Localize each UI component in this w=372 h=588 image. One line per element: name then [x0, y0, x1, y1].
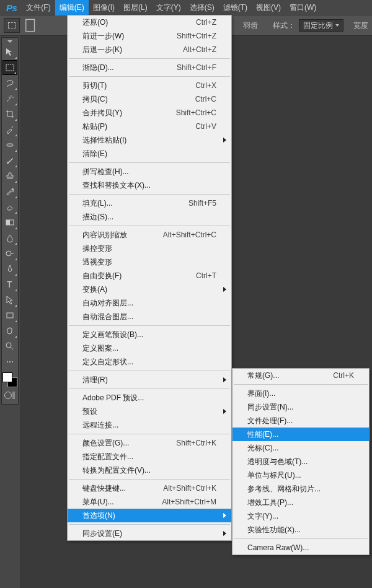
edit-menu-item[interactable]: 后退一步(K)Alt+Ctrl+Z	[68, 43, 231, 56]
edit-menu-item[interactable]: 键盘快捷键...Alt+Shift+Ctrl+K	[68, 481, 231, 495]
tool-eyedropper[interactable]	[2, 122, 17, 137]
svg-rect-7	[6, 220, 10, 225]
svg-point-8	[6, 251, 11, 256]
tool-type[interactable]: T	[2, 277, 17, 292]
edit-menu-item[interactable]: 渐隐(D)...Shift+Ctrl+F	[68, 61, 231, 74]
edit-menu-item[interactable]: 选择性粘贴(I)	[68, 133, 231, 147]
edit-menu-item[interactable]: Adobe PDF 预设...	[68, 391, 231, 405]
tool-history-brush[interactable]	[2, 184, 17, 199]
prefs-menu-item[interactable]: 文字(Y)...	[232, 509, 369, 523]
menu-item-label: 预设	[82, 406, 216, 417]
prefs-menu-item[interactable]: 同步设置(N)...	[232, 400, 369, 414]
edit-menu-item[interactable]: 粘贴(P)Ctrl+V	[68, 120, 231, 133]
edit-menu-item[interactable]: 还原(O)Ctrl+Z	[68, 15, 231, 29]
menu-image[interactable]: 图像(I)	[89, 0, 119, 15]
menu-edit[interactable]: 编辑(E)	[55, 0, 89, 15]
prefs-menu-item[interactable]: 界面(I)...	[232, 387, 369, 400]
edit-menu-item[interactable]: 指定配置文件...	[68, 450, 231, 463]
menu-file[interactable]: 文件(F)	[22, 0, 55, 15]
menu-item-label: 变换(A)	[82, 284, 216, 295]
edit-menu-item[interactable]: 定义图案...	[68, 341, 231, 355]
edit-menu-item[interactable]: 转换为配置文件(V)...	[68, 463, 231, 477]
menu-layer[interactable]: 图层(L)	[119, 0, 152, 15]
edit-menu-item[interactable]: 菜单(U)...Alt+Shift+Ctrl+M	[68, 495, 231, 509]
edit-menu-item[interactable]: 合并拷贝(Y)Shift+Ctrl+C	[68, 106, 231, 120]
menu-view[interactable]: 视图(V)	[252, 0, 285, 15]
tool-preset-picker[interactable]	[4, 18, 20, 33]
edit-menu-item[interactable]: 透视变形	[68, 255, 231, 269]
edit-menu-item[interactable]: 描边(S)...	[68, 210, 231, 224]
prefs-menu-item[interactable]: 常规(G)...Ctrl+K	[232, 369, 369, 382]
edit-menu-item[interactable]: 拷贝(C)Ctrl+C	[68, 92, 231, 106]
menu-item-shortcut: Alt+Shift+Ctrl+C	[163, 230, 216, 239]
toolbox-collapse-handle[interactable]	[2, 39, 18, 44]
menu-filter[interactable]: 滤镜(T)	[219, 0, 252, 15]
tool-path-select[interactable]	[2, 292, 17, 307]
tool-rectangle[interactable]	[2, 308, 17, 323]
menu-select[interactable]: 选择(S)	[185, 0, 219, 15]
prefs-menu-item[interactable]: 性能(E)...	[232, 428, 369, 441]
svg-point-14	[12, 361, 13, 362]
edit-menu-item[interactable]: 定义自定形状...	[68, 355, 231, 369]
tool-crop[interactable]	[2, 107, 17, 121]
prefs-menu-item[interactable]: 单位与标尺(U)...	[232, 468, 369, 482]
tool-wand[interactable]	[2, 91, 17, 106]
edit-menu-item[interactable]: 清除(E)	[68, 147, 231, 160]
edit-menu-item[interactable]: 拼写检查(H)...	[68, 165, 231, 178]
foreground-color-swatch[interactable]	[2, 372, 12, 382]
menu-type[interactable]: 文字(Y)	[152, 0, 185, 15]
prefs-menu-item[interactable]: Camera Raw(W)...	[232, 541, 369, 555]
edit-menu-item[interactable]: 定义画笔预设(B)...	[68, 328, 231, 341]
prefs-menu-item[interactable]: 光标(C)...	[232, 441, 369, 455]
edit-menu-item[interactable]: 首选项(N)	[68, 509, 231, 522]
tool-pen[interactable]	[2, 261, 17, 276]
menu-item-label: Adobe PDF 预设...	[82, 393, 216, 403]
tool-gradient[interactable]	[2, 215, 17, 230]
tool-hand[interactable]	[2, 323, 17, 338]
edit-menu-item[interactable]: 颜色设置(G)...Shift+Ctrl+K	[68, 436, 231, 450]
edit-menu-item[interactable]: 自由变换(F)Ctrl+T	[68, 269, 231, 283]
menu-item-shortcut: Ctrl+V	[195, 122, 216, 131]
prefs-menu-item[interactable]: 参考线、网格和切片...	[232, 482, 369, 496]
edit-menu-item[interactable]: 自动对齐图层...	[68, 296, 231, 310]
tool-zoom[interactable]	[2, 339, 17, 354]
edit-menu-item[interactable]: 前进一步(W)Shift+Ctrl+Z	[68, 29, 231, 43]
edit-menu-item[interactable]: 操控变形	[68, 242, 231, 255]
menu-window[interactable]: 窗口(W)	[285, 0, 321, 15]
menu-item-label: 查找和替换文本(X)...	[82, 180, 216, 191]
tool-move[interactable]	[2, 45, 17, 59]
tool-brush[interactable]	[2, 153, 17, 168]
style-select[interactable]: 固定比例	[299, 19, 343, 32]
tool-blur[interactable]	[2, 230, 17, 245]
doc-icon[interactable]	[24, 19, 38, 32]
tool-lasso[interactable]	[2, 76, 17, 90]
edit-menu-item[interactable]: 远程连接...	[68, 418, 231, 432]
edit-menu-item[interactable]: 填充(L)...Shift+F5	[68, 196, 231, 210]
menu-item-label: 颜色设置(G)...	[82, 438, 176, 449]
prefs-menu-item[interactable]: 实验性功能(X)...	[232, 523, 369, 537]
tool-healing[interactable]	[2, 138, 17, 152]
edit-menu-item[interactable]: 清理(R)	[68, 373, 231, 387]
tool-marquee[interactable]	[2, 60, 17, 75]
submenu-arrow-icon	[223, 409, 226, 414]
menu-item-label: 实验性功能(X)...	[247, 525, 354, 535]
tool-eraser[interactable]	[2, 200, 17, 214]
edit-menu-item[interactable]: 预设	[68, 405, 231, 418]
prefs-menu-item[interactable]: 增效工具(P)...	[232, 496, 369, 509]
color-swatches[interactable]	[2, 372, 17, 387]
menu-item-label: 界面(I)...	[247, 388, 354, 399]
edit-menu-item[interactable]: 自动混合图层...	[68, 310, 231, 323]
prefs-menu-item[interactable]: 透明度与色域(T)...	[232, 455, 369, 468]
quick-mask-toggle[interactable]	[4, 390, 16, 400]
tool-edit-toolbar[interactable]	[2, 354, 17, 369]
tool-dodge[interactable]	[2, 246, 17, 261]
menu-item-shortcut: Shift+F5	[188, 199, 216, 208]
edit-menu-item[interactable]: 同步设置(E)	[68, 527, 231, 540]
edit-menu-item[interactable]: 内容识别缩放Alt+Shift+Ctrl+C	[68, 228, 231, 242]
menu-separator	[69, 58, 230, 59]
tool-stamp[interactable]	[2, 169, 17, 183]
edit-menu-item[interactable]: 剪切(T)Ctrl+X	[68, 79, 231, 92]
prefs-menu-item[interactable]: 文件处理(F)...	[232, 414, 369, 428]
edit-menu-item[interactable]: 查找和替换文本(X)...	[68, 178, 231, 192]
edit-menu-item[interactable]: 变换(A)	[68, 283, 231, 296]
